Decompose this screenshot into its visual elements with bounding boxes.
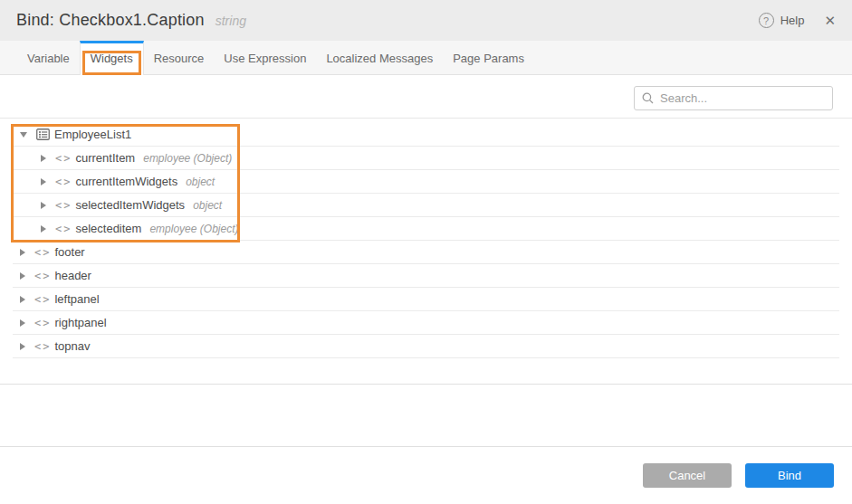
code-icon: <>: [55, 223, 72, 235]
tree-row-selecteditemwidgets[interactable]: <> selectedItemWidgets object: [13, 194, 839, 217]
tab-localized-messages[interactable]: Localized Messages: [316, 41, 443, 75]
tree-node-label: header: [54, 269, 91, 282]
tree-node-type: employee (Object): [149, 223, 238, 235]
caret-right-icon[interactable]: [20, 343, 33, 350]
search-box: [634, 86, 833, 110]
search-icon: [642, 92, 654, 104]
tree-row-currentitemwidgets[interactable]: <> currentItemWidgets object: [13, 170, 839, 194]
help-label: Help: [780, 14, 805, 27]
help-circle-icon: ?: [759, 13, 774, 28]
tree-row-currentitem[interactable]: <> currentItem employee (Object): [13, 147, 839, 170]
tree-row-footer[interactable]: <> footer: [13, 241, 839, 264]
tree-row-selecteditem[interactable]: <> selecteditem employee (Object): [13, 217, 839, 241]
tree-row-header[interactable]: <> header: [13, 264, 839, 288]
tree-node-label: rightpanel: [54, 316, 106, 329]
tree-node-label: selectedItemWidgets: [75, 198, 185, 212]
tree-node-label: footer: [54, 245, 84, 259]
tree-node-label: EmployeeList1: [54, 128, 131, 141]
tree-node-label: currentItemWidgets: [75, 175, 177, 188]
caret-right-icon[interactable]: [41, 178, 53, 185]
tree-node-type: object: [186, 176, 215, 188]
tree-row-topnav[interactable]: <> topnav: [13, 335, 839, 358]
search-input[interactable]: [660, 91, 825, 105]
code-icon: <>: [34, 340, 51, 353]
caret-right-icon[interactable]: [20, 272, 33, 280]
bind-tabs: Variable Widgets Resource Use Expression…: [0, 41, 852, 75]
titlebar-actions: ? Help ✕: [759, 13, 836, 28]
tree-node-label: selecteditem: [75, 222, 141, 235]
code-icon: <>: [34, 270, 51, 282]
caret-down-icon[interactable]: [20, 132, 33, 138]
tab-variable[interactable]: Variable: [17, 41, 80, 75]
code-icon: <>: [55, 152, 72, 165]
caret-right-icon[interactable]: [41, 225, 53, 233]
caret-right-icon[interactable]: [41, 155, 53, 162]
tab-resource[interactable]: Resource: [144, 41, 215, 75]
code-icon: <>: [34, 317, 51, 329]
dialog-titlebar: Bind: Checkbox1.Caption string ? Help ✕: [0, 0, 852, 41]
search-row: [0, 75, 852, 119]
close-icon[interactable]: ✕: [824, 14, 836, 27]
code-icon: <>: [55, 199, 72, 212]
caret-right-icon[interactable]: [20, 296, 33, 303]
tab-use-expression[interactable]: Use Expression: [214, 41, 316, 75]
list-widget-icon: [36, 128, 50, 140]
caret-right-icon[interactable]: [20, 319, 33, 327]
help-button[interactable]: ? Help: [759, 13, 805, 28]
tree-row-rightpanel[interactable]: <> rightpanel: [13, 311, 839, 335]
bind-dialog: Bind: Checkbox1.Caption string ? Help ✕ …: [0, 0, 852, 504]
tree-row-leftpanel[interactable]: <> leftpanel: [13, 288, 839, 311]
dialog-footer: Cancel Bind: [0, 446, 852, 504]
tree-node-label: topnav: [54, 339, 90, 353]
tree-node-label: currentItem: [75, 151, 135, 165]
content-divider: [0, 384, 852, 385]
bind-type-label: string: [215, 14, 246, 28]
tree-row-employeelist1[interactable]: EmployeeList1: [13, 123, 839, 147]
caret-right-icon[interactable]: [20, 249, 33, 256]
tab-page-params[interactable]: Page Params: [443, 41, 534, 75]
cancel-button[interactable]: Cancel: [643, 463, 732, 488]
widget-tree: EmployeeList1 <> currentItem employee (O…: [13, 123, 839, 358]
bind-button[interactable]: Bind: [745, 463, 834, 488]
code-icon: <>: [34, 246, 51, 259]
dialog-title: Bind: Checkbox1.Caption: [16, 11, 205, 30]
tree-node-type: object: [193, 199, 222, 212]
tree-node-label: leftpanel: [54, 292, 99, 306]
code-icon: <>: [55, 176, 72, 188]
tab-widgets[interactable]: Widgets: [80, 41, 144, 75]
tree-node-type: employee (Object): [143, 152, 232, 165]
code-icon: <>: [34, 293, 51, 306]
caret-right-icon[interactable]: [41, 202, 53, 209]
